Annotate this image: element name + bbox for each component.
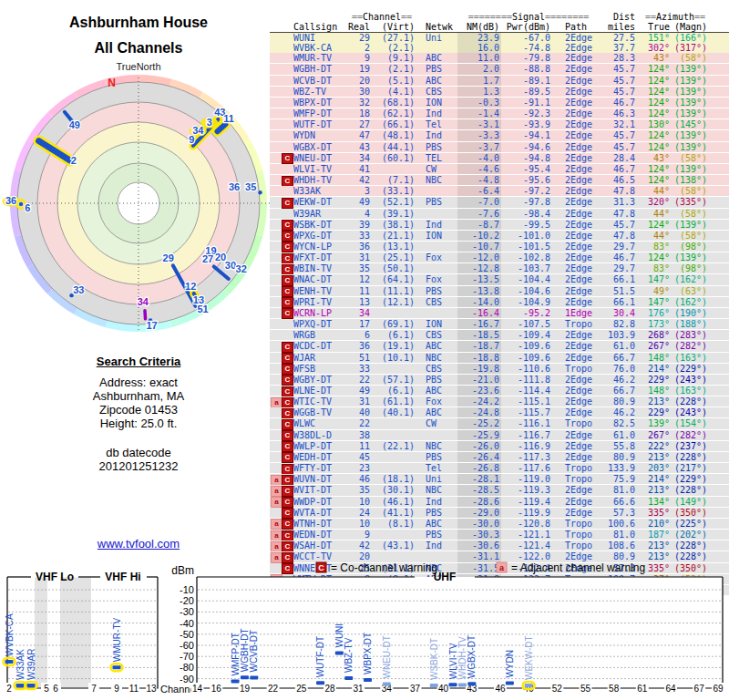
cell-power: -119.3: [503, 485, 550, 495]
cell-callsign: WGBY-DT: [293, 375, 332, 385]
cell-real-channel: 49: [343, 386, 370, 396]
cell-distance: 82.8: [598, 319, 635, 329]
cell-path: 2Edge: [565, 87, 592, 97]
cell-real-channel: 42: [343, 175, 370, 185]
station-marker: [467, 682, 476, 685]
table-row: CWNAC-DT12(64.1)Fox-13.5-104.42Edge66.11…: [270, 274, 729, 285]
cell-power: -95.6: [503, 175, 550, 185]
cell-virtual-channel: (5.1): [374, 76, 415, 86]
cell-distance: 47.8: [598, 186, 635, 196]
cell-virtual-channel: (62.1): [374, 108, 415, 118]
cell-distance: 28.4: [598, 153, 635, 163]
cell-azimuth-magnetic: (63°): [669, 286, 707, 296]
station-marker: [27, 684, 36, 687]
cell-azimuth-magnetic: (228°): [669, 396, 707, 407]
cell-azimuth-magnetic: (228°): [669, 452, 707, 462]
table-row: WCVB-DT20(5.1)ABC1.7-89.12Edge45.7124°(1…: [270, 76, 729, 87]
cell-network: CBS: [426, 330, 442, 340]
cell-path: 2Edge: [565, 209, 592, 219]
radar-channel-label: 30: [225, 260, 236, 271]
cell-callsign: WJAR: [293, 353, 315, 363]
co-channel-warning-badge: C: [282, 475, 293, 486]
cell-distance: 81.0: [598, 530, 635, 540]
cell-azimuth-magnetic: (163°): [669, 386, 707, 396]
cell-azimuth-true: 139°: [641, 418, 670, 428]
cell-power: -103.7: [503, 263, 550, 273]
cell-real-channel: 11: [343, 286, 370, 296]
column-group-dist: Dist: [583, 12, 635, 22]
cell-virtual-channel: (10.1): [374, 353, 415, 363]
cell-power: -121.4: [503, 540, 550, 551]
station-label: WEKW-DT: [524, 635, 534, 680]
cell-azimuth-magnetic: (243°): [669, 407, 707, 417]
cell-azimuth-true: 268°: [641, 330, 670, 340]
cell-noise-margin: -4.0: [457, 153, 499, 163]
cell-distance: 103.9: [598, 330, 635, 340]
x-tick-label: 25: [296, 684, 307, 694]
cell-distance: 66.7: [598, 353, 635, 363]
cell-noise-margin: -30.6: [457, 540, 499, 551]
cell-virtual-channel: (33.1): [374, 186, 415, 196]
cell-distance: 47.8: [598, 231, 635, 241]
cell-azimuth-true: 147°: [641, 274, 670, 284]
cell-virtual-channel: (40.1): [374, 407, 415, 417]
cell-callsign: WUVN-DT: [293, 474, 332, 484]
cell-azimuth-true: 267°: [641, 430, 670, 440]
cell-path: 2Edge: [565, 386, 592, 396]
cell-path: 2Edge: [565, 252, 592, 262]
x-tick-label: 22: [268, 684, 279, 694]
cell-callsign: WFSB: [293, 364, 315, 374]
cell-azimuth-true: 124°: [641, 164, 670, 174]
x-tick-label: 19: [240, 684, 251, 694]
cell-virtual-channel: (64.1): [374, 274, 415, 284]
cell-network: CBS: [426, 364, 442, 374]
cell-real-channel: 12: [343, 274, 370, 284]
station-label: WCVB-DT: [249, 630, 259, 673]
cell-path: 2Edge: [565, 274, 592, 284]
table-row: WYDN47(48.1)Ind-3.3-94.12Edge45.7124°(13…: [270, 130, 729, 141]
cell-callsign: W38DL-D: [293, 430, 332, 440]
cell-power: -92.3: [503, 108, 550, 118]
cell-callsign: WMFP-DT: [293, 108, 332, 118]
db-datecode-value: 201201251232: [0, 459, 277, 473]
table-row: WUTF-DT27(66.1)Tel-3.1-93.92Edge32.1130°…: [270, 119, 729, 130]
co-channel-warning-badge: C: [282, 397, 293, 408]
cell-azimuth-true: 49°: [641, 286, 670, 296]
tvfool-link[interactable]: www.tvfool.com: [0, 537, 277, 551]
cell-azimuth-true: 148°: [641, 353, 670, 363]
cell-distance: 45.7: [598, 87, 635, 97]
cell-real-channel: 31: [343, 252, 370, 262]
cell-azimuth-magnetic: (139°): [669, 87, 707, 97]
cell-distance: 37.7: [598, 43, 635, 53]
cell-path: Tropo: [565, 319, 592, 329]
cell-power: -119.9: [503, 508, 550, 518]
cell-real-channel: 35: [343, 263, 370, 273]
station-label: WUNI: [334, 623, 344, 648]
cell-distance: 46.7: [598, 252, 635, 262]
co-channel-warning-badge: C: [282, 242, 293, 252]
cell-power: -98.4: [503, 209, 550, 219]
cell-noise-margin: 1.7: [457, 76, 499, 86]
table-row: CWBIN-TV35(50.1)-12.8-103.72Edge29.783°(…: [270, 263, 729, 274]
cell-network: CW: [426, 418, 436, 428]
cell-noise-margin: -13.8: [457, 286, 499, 296]
cell-power: -67.0: [503, 33, 550, 43]
cell-callsign: W33AK: [293, 186, 321, 196]
cell-callsign: WFTY-DT: [293, 463, 332, 473]
cell-callsign: WPXG-DT: [293, 231, 332, 241]
cell-callsign: WGBX-DT: [293, 142, 332, 152]
x-tick-label: 16: [211, 684, 222, 694]
cell-power: -94.6: [503, 142, 550, 152]
cell-azimuth-magnetic: (229°): [669, 364, 707, 374]
cell-network: Tel: [426, 119, 442, 129]
cell-noise-margin: -19.8: [457, 364, 499, 374]
cell-callsign: WENH-TV: [293, 286, 332, 296]
cell-azimuth-magnetic: (58°): [669, 153, 707, 163]
cell-azimuth-true: 124°: [641, 108, 670, 118]
cell-virtual-channel: (30.1): [374, 485, 415, 495]
cell-power: -111.8: [503, 375, 550, 385]
cell-power: -91.1: [503, 98, 550, 108]
radar-spoke: [145, 311, 146, 319]
x-tick-label: 9: [114, 684, 119, 694]
radar-channel-label: 36: [5, 195, 16, 206]
